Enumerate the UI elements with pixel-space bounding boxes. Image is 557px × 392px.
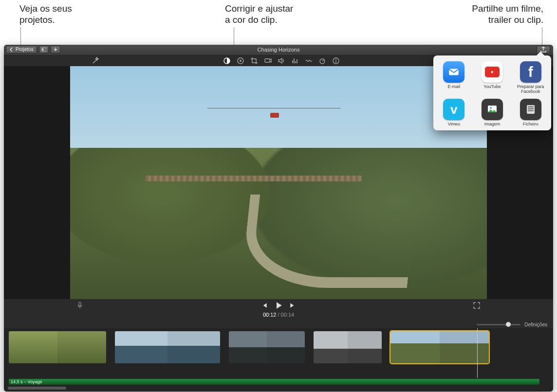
fullscreen-button[interactable] <box>473 302 480 309</box>
library-icon <box>41 47 46 52</box>
share-option-label: Vimeo <box>448 122 460 126</box>
timeline-options-row: Definições <box>4 321 553 328</box>
timeline-clip[interactable] <box>9 331 106 363</box>
playback-controls <box>4 299 553 312</box>
speed-button[interactable] <box>318 57 326 65</box>
window-title: Chasing Horizons <box>4 47 553 53</box>
info-icon <box>332 57 340 65</box>
timeline-scrollbar[interactable] <box>4 387 553 392</box>
callout-line <box>542 27 542 45</box>
image-icon <box>482 99 503 120</box>
crop-button[interactable] <box>250 57 258 65</box>
facebook-icon: f <box>520 61 541 83</box>
annotation-callouts: Veja os seusprojetos. Corrigir e ajustar… <box>0 0 557 45</box>
timeline-clip[interactable] <box>314 331 382 363</box>
playhead[interactable] <box>477 328 478 378</box>
settings-link[interactable]: Definições <box>524 322 547 327</box>
timeline-clip[interactable] <box>390 331 489 363</box>
prev-button[interactable] <box>261 302 268 309</box>
svg-rect-17 <box>528 110 534 111</box>
share-option-image[interactable]: Imagem <box>474 97 511 128</box>
svg-point-13 <box>490 107 492 109</box>
chevron-left-icon <box>9 47 14 52</box>
svg-rect-16 <box>528 108 534 109</box>
svg-rect-11 <box>449 69 459 75</box>
preview-frame <box>70 66 487 299</box>
microphone-icon <box>77 302 83 309</box>
share-option-file[interactable]: Ficheiro <box>512 97 549 128</box>
file-icon <box>520 99 541 120</box>
share-option-label: YouTube <box>483 84 501 89</box>
play-icon <box>275 302 282 309</box>
equalizer-icon <box>291 57 299 65</box>
share-option-label: E-mail <box>448 84 461 89</box>
email-icon <box>443 61 464 83</box>
svg-point-4 <box>240 60 241 62</box>
svg-rect-1 <box>42 49 43 51</box>
next-button[interactable] <box>289 302 296 309</box>
time-readout: 00:12 / 00:14 <box>4 312 553 321</box>
import-button[interactable] <box>51 46 60 53</box>
volume-button[interactable] <box>278 57 285 65</box>
svg-rect-15 <box>528 106 534 107</box>
share-option-vimeo[interactable]: vVimeo <box>435 97 473 128</box>
callout-line <box>20 27 21 45</box>
titlebar: Projetos Chasing Horizons <box>4 45 553 55</box>
share-option-label: Imagem <box>484 122 501 126</box>
zoom-slider[interactable] <box>477 324 520 325</box>
timeline-clip[interactable] <box>229 331 305 363</box>
vimeo-icon: v <box>443 99 464 120</box>
cable-car <box>270 113 279 118</box>
crop-icon <box>250 57 258 65</box>
timeline[interactable] <box>4 328 553 378</box>
svg-rect-10 <box>79 302 81 306</box>
time-current: 00:12 <box>263 312 277 318</box>
titlebar-left-group: Projetos <box>6 46 60 53</box>
audio-lane: 14,5 s – Voyage <box>4 378 553 387</box>
media-library-button[interactable] <box>39 46 49 53</box>
share-option-youtube[interactable]: YouTube <box>474 59 511 96</box>
share-option-facebook[interactable]: fPreparar para Facebook <box>512 59 549 96</box>
stabilize-button[interactable] <box>264 57 272 65</box>
svg-rect-9 <box>335 60 336 63</box>
share-option-label: Preparar para Facebook <box>513 84 548 94</box>
volume-icon <box>278 57 285 65</box>
color-wheel-button[interactable] <box>237 57 244 65</box>
share-option-email[interactable]: E-mail <box>435 59 473 96</box>
stabilize-icon <box>264 57 272 65</box>
svg-rect-5 <box>265 59 270 62</box>
noise-reduction-icon <box>305 57 313 65</box>
auto-enhance-button[interactable] <box>92 57 99 65</box>
info-button[interactable] <box>332 57 340 65</box>
play-button[interactable] <box>275 302 282 309</box>
color-balance-icon <box>223 57 231 65</box>
youtube-icon <box>482 61 503 83</box>
skip-forward-icon <box>289 302 296 309</box>
projects-button[interactable]: Projetos <box>6 46 37 53</box>
download-arrow-icon <box>53 47 58 52</box>
skip-back-icon <box>261 302 268 309</box>
share-option-label: Ficheiro <box>523 122 538 126</box>
noise-reduction-button[interactable] <box>305 57 313 65</box>
audio-clip-label: 14,5 s – Voyage <box>11 379 42 384</box>
callout-projects: Veja os seusprojetos. <box>19 3 117 25</box>
color-wheel-icon <box>237 57 244 65</box>
share-popover: E-mailYouTubefPreparar para FacebookvVim… <box>433 55 551 130</box>
equalizer-button[interactable] <box>291 57 299 65</box>
zoom-slider-knob[interactable] <box>506 322 511 327</box>
speed-icon <box>318 57 326 65</box>
color-balance-button[interactable] <box>223 57 231 65</box>
scrollbar-thumb[interactable] <box>8 387 66 390</box>
projects-button-label: Projetos <box>16 46 34 53</box>
audio-clip[interactable]: 14,5 s – Voyage <box>9 379 539 385</box>
timeline-clip[interactable] <box>115 331 220 363</box>
callout-share: Partilhe um filme,trailer ou clip. <box>417 3 543 25</box>
fullscreen-icon <box>473 302 480 309</box>
time-total: 00:14 <box>281 312 295 318</box>
callout-color: Corrigir e ajustara cor do clip. <box>225 3 322 25</box>
imovie-window: Projetos Chasing Horizons <box>4 45 553 392</box>
voiceover-button[interactable] <box>77 302 83 309</box>
svg-point-8 <box>335 59 336 60</box>
